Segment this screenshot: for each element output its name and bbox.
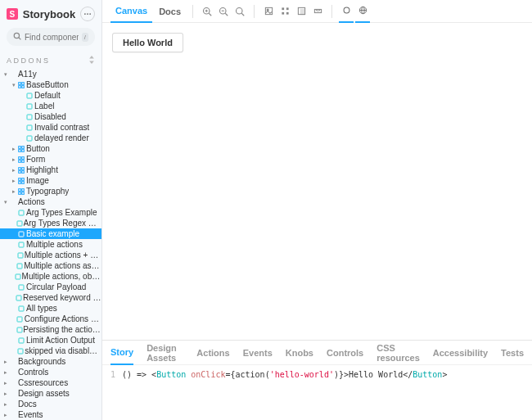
- story-item[interactable]: Configure Actions Depth: [0, 314, 101, 324]
- background-button[interactable]: [261, 4, 276, 19]
- collapse-all-icon[interactable]: [88, 56, 95, 65]
- svg-rect-46: [19, 338, 24, 343]
- tree-item-label: Actions: [18, 196, 45, 207]
- svg-rect-64: [300, 9, 304, 14]
- theme-toggle-button[interactable]: [339, 0, 354, 23]
- svg-rect-8: [22, 85, 25, 88]
- search-box[interactable]: /: [7, 28, 95, 46]
- story-item[interactable]: Basic example: [0, 228, 101, 239]
- zoom-reset-button[interactable]: [232, 4, 247, 19]
- story-item[interactable]: Disabled: [0, 111, 101, 122]
- svg-rect-57: [265, 7, 272, 14]
- addons-tab-controls[interactable]: Controls: [327, 341, 363, 365]
- component-item[interactable]: ▸Image: [0, 175, 101, 186]
- story-item[interactable]: Arg Types Example: [0, 207, 101, 218]
- folder-item[interactable]: ▸Backgrounds: [0, 356, 101, 367]
- tree-item-label: Invalid contrast: [34, 122, 89, 133]
- addons-tab-story[interactable]: Story: [110, 341, 133, 365]
- svg-rect-38: [18, 253, 23, 258]
- folder-item[interactable]: ▸Events: [0, 409, 101, 420]
- svg-rect-35: [17, 221, 22, 226]
- svg-rect-18: [19, 156, 21, 159]
- tree-item-label: Arg Types Regex Example: [24, 218, 101, 228]
- svg-point-55: [237, 7, 243, 14]
- component-item[interactable]: ▸Button: [0, 143, 101, 154]
- addons-tab-design-assets[interactable]: Design Assets: [147, 341, 183, 365]
- component-item[interactable]: ▾BaseButton: [0, 79, 101, 90]
- svg-rect-15: [22, 146, 25, 148]
- svg-rect-60: [286, 7, 288, 10]
- story-item[interactable]: Invalid contrast: [0, 122, 101, 133]
- measure-button[interactable]: [310, 4, 325, 19]
- svg-rect-11: [27, 115, 32, 120]
- story-item[interactable]: delayed render: [0, 133, 101, 143]
- story-item[interactable]: skipped via disable:true: [0, 345, 101, 356]
- locale-button[interactable]: [355, 0, 370, 23]
- story-item[interactable]: Label: [0, 101, 101, 111]
- addons-tab-knobs[interactable]: Knobs: [286, 341, 313, 365]
- story-item[interactable]: Persisting the action logger: [0, 324, 101, 335]
- story-item[interactable]: Multiple actions + config: [0, 250, 101, 260]
- story-item[interactable]: Arg Types Regex Example: [0, 218, 101, 228]
- svg-rect-16: [19, 149, 21, 151]
- story-item[interactable]: Limit Action Output: [0, 335, 101, 345]
- svg-rect-39: [17, 264, 22, 269]
- component-icon: [16, 156, 26, 163]
- caret-right-icon: ▸: [3, 388, 8, 399]
- folder-item[interactable]: ▸Design assets: [0, 388, 101, 399]
- toolbar-separator: [192, 5, 193, 18]
- svg-rect-23: [22, 167, 25, 169]
- folder-item[interactable]: ▾Actions: [0, 196, 101, 207]
- story-item[interactable]: Multiple actions as object: [0, 260, 101, 271]
- tree-item-label: Multiple actions: [26, 239, 83, 250]
- folder-item[interactable]: ▸Docs: [0, 399, 101, 409]
- sidebar-section-heading[interactable]: ADDONS: [0, 52, 101, 69]
- search-input[interactable]: [25, 33, 79, 42]
- hello-world-button[interactable]: Hello World: [112, 33, 183, 52]
- folder-item[interactable]: ▾A11y: [0, 69, 101, 79]
- viewport-button[interactable]: [294, 4, 309, 19]
- grid-button[interactable]: [277, 4, 292, 19]
- story-item[interactable]: All types: [0, 303, 101, 314]
- tree-item-label: Default: [34, 90, 61, 101]
- sidebar-menu-button[interactable]: [80, 7, 95, 21]
- component-item[interactable]: ▸Form: [0, 154, 101, 165]
- tree-item-label: Image: [26, 175, 49, 186]
- component-item[interactable]: ▸Typography: [0, 186, 101, 196]
- story-item[interactable]: Multiple actions: [0, 239, 101, 250]
- addons-tab-events[interactable]: Events: [243, 341, 273, 365]
- caret-down-icon: ▾: [3, 69, 8, 79]
- zoom-out-button[interactable]: [216, 4, 231, 19]
- addons-tab-tests[interactable]: Tests: [501, 341, 524, 365]
- bookmark-hollow-icon: [25, 124, 34, 131]
- svg-rect-28: [19, 181, 21, 183]
- tree-item-label: Multiple actions + config: [25, 250, 101, 260]
- addons-tab-css-resources[interactable]: CSS resources: [376, 341, 420, 365]
- tree-item-label: Persisting the action logger: [23, 324, 101, 335]
- addons-tab-actions[interactable]: Actions: [196, 341, 229, 365]
- zoom-in-button[interactable]: [200, 4, 214, 19]
- svg-rect-17: [22, 149, 25, 151]
- svg-rect-36: [19, 232, 24, 237]
- tab-canvas[interactable]: Canvas: [110, 0, 152, 23]
- caret-right-icon: ▸: [3, 399, 8, 409]
- story-item[interactable]: Reserved keyword as name: [0, 292, 101, 303]
- svg-line-56: [241, 13, 244, 16]
- svg-point-3: [14, 33, 19, 38]
- svg-rect-44: [17, 317, 22, 322]
- folder-item[interactable]: ▸Cssresources: [0, 377, 101, 388]
- component-item[interactable]: ▸Highlight: [0, 165, 101, 175]
- svg-point-1: [87, 13, 88, 15]
- folder-item[interactable]: ▸Controls: [0, 367, 101, 377]
- bookmark-hollow-icon: [16, 348, 25, 355]
- section-label: ADDONS: [7, 56, 51, 65]
- addons-tab-accessibility[interactable]: Accessibility: [433, 341, 488, 365]
- svg-rect-29: [22, 181, 25, 183]
- story-item[interactable]: Multiple actions, object + config: [0, 271, 101, 282]
- story-item[interactable]: Circular Payload: [0, 282, 101, 292]
- explorer-tree[interactable]: ▾A11y▾BaseButtonDefaultLabelDisabledInva…: [0, 69, 101, 420]
- tab-docs[interactable]: Docs: [154, 0, 186, 23]
- tree-item-label: Controls: [18, 367, 48, 377]
- tree-item-label: Multiple actions as object: [24, 260, 101, 271]
- story-item[interactable]: Default: [0, 90, 101, 101]
